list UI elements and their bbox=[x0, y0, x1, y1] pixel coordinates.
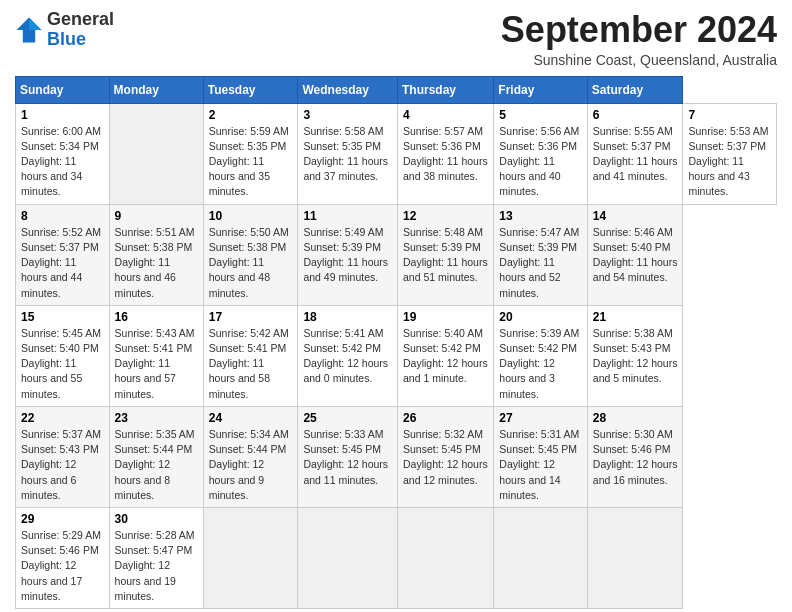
day-cell-16: 16Sunrise: 5:43 AMSunset: 5:41 PMDayligh… bbox=[109, 305, 203, 406]
day-cell-empty-w3-3 bbox=[298, 507, 398, 608]
logo: General Blue bbox=[15, 10, 114, 50]
title-block: September 2024 Sunshine Coast, Queenslan… bbox=[501, 10, 777, 68]
day-cell-4: 4Sunrise: 5:57 AMSunset: 5:36 PMDaylight… bbox=[398, 103, 494, 204]
day-cell-20: 20Sunrise: 5:39 AMSunset: 5:42 PMDayligh… bbox=[494, 305, 587, 406]
col-tuesday: Tuesday bbox=[203, 76, 298, 103]
day-cell-25: 25Sunrise: 5:33 AMSunset: 5:45 PMDayligh… bbox=[298, 406, 398, 507]
logo-icon bbox=[15, 16, 43, 44]
day-cell-22: 22Sunrise: 5:37 AMSunset: 5:43 PMDayligh… bbox=[16, 406, 110, 507]
calendar-week-2: 8Sunrise: 5:52 AMSunset: 5:37 PMDaylight… bbox=[16, 204, 777, 305]
day-cell-27: 27Sunrise: 5:31 AMSunset: 5:45 PMDayligh… bbox=[494, 406, 587, 507]
day-cell-5: 5Sunrise: 5:56 AMSunset: 5:36 PMDaylight… bbox=[494, 103, 587, 204]
calendar-table: Sunday Monday Tuesday Wednesday Thursday… bbox=[15, 76, 777, 609]
logo-blue-text: Blue bbox=[47, 29, 86, 49]
day-cell-empty-0 bbox=[109, 103, 203, 204]
day-cell-23: 23Sunrise: 5:35 AMSunset: 5:44 PMDayligh… bbox=[109, 406, 203, 507]
day-cell-11: 11Sunrise: 5:49 AMSunset: 5:39 PMDayligh… bbox=[298, 204, 398, 305]
calendar-week-4: 22Sunrise: 5:37 AMSunset: 5:43 PMDayligh… bbox=[16, 406, 777, 507]
day-cell-empty-w3-5 bbox=[494, 507, 587, 608]
day-cell-12: 12Sunrise: 5:48 AMSunset: 5:39 PMDayligh… bbox=[398, 204, 494, 305]
day-cell-18: 18Sunrise: 5:41 AMSunset: 5:42 PMDayligh… bbox=[298, 305, 398, 406]
day-cell-29: 29Sunrise: 5:29 AMSunset: 5:46 PMDayligh… bbox=[16, 507, 110, 608]
calendar-week-1: 1Sunrise: 6:00 AMSunset: 5:34 PMDaylight… bbox=[16, 103, 777, 204]
day-cell-24: 24Sunrise: 5:34 AMSunset: 5:44 PMDayligh… bbox=[203, 406, 298, 507]
day-cell-3: 3Sunrise: 5:58 AMSunset: 5:35 PMDaylight… bbox=[298, 103, 398, 204]
day-cell-28: 28Sunrise: 5:30 AMSunset: 5:46 PMDayligh… bbox=[587, 406, 683, 507]
month-year-title: September 2024 bbox=[501, 10, 777, 50]
day-cell-19: 19Sunrise: 5:40 AMSunset: 5:42 PMDayligh… bbox=[398, 305, 494, 406]
day-cell-8: 8Sunrise: 5:52 AMSunset: 5:37 PMDaylight… bbox=[16, 204, 110, 305]
col-saturday: Saturday bbox=[587, 76, 683, 103]
day-cell-1: 1Sunrise: 6:00 AMSunset: 5:34 PMDaylight… bbox=[16, 103, 110, 204]
day-cell-empty-w3-6 bbox=[587, 507, 683, 608]
day-cell-6: 6Sunrise: 5:55 AMSunset: 5:37 PMDaylight… bbox=[587, 103, 683, 204]
day-cell-15: 15Sunrise: 5:45 AMSunset: 5:40 PMDayligh… bbox=[16, 305, 110, 406]
day-cell-9: 9Sunrise: 5:51 AMSunset: 5:38 PMDaylight… bbox=[109, 204, 203, 305]
col-thursday: Thursday bbox=[398, 76, 494, 103]
day-cell-30: 30Sunrise: 5:28 AMSunset: 5:47 PMDayligh… bbox=[109, 507, 203, 608]
location-subtitle: Sunshine Coast, Queensland, Australia bbox=[501, 52, 777, 68]
day-cell-26: 26Sunrise: 5:32 AMSunset: 5:45 PMDayligh… bbox=[398, 406, 494, 507]
page-header: General Blue September 2024 Sunshine Coa… bbox=[15, 10, 777, 68]
calendar-header-row: Sunday Monday Tuesday Wednesday Thursday… bbox=[16, 76, 777, 103]
logo-general-text: General bbox=[47, 9, 114, 29]
calendar-week-3: 15Sunrise: 5:45 AMSunset: 5:40 PMDayligh… bbox=[16, 305, 777, 406]
svg-marker-1 bbox=[29, 17, 41, 29]
day-cell-empty-w3-4 bbox=[398, 507, 494, 608]
day-cell-14: 14Sunrise: 5:46 AMSunset: 5:40 PMDayligh… bbox=[587, 204, 683, 305]
logo-text: General Blue bbox=[47, 10, 114, 50]
day-cell-10: 10Sunrise: 5:50 AMSunset: 5:38 PMDayligh… bbox=[203, 204, 298, 305]
day-cell-17: 17Sunrise: 5:42 AMSunset: 5:41 PMDayligh… bbox=[203, 305, 298, 406]
col-wednesday: Wednesday bbox=[298, 76, 398, 103]
day-cell-2: 2Sunrise: 5:59 AMSunset: 5:35 PMDaylight… bbox=[203, 103, 298, 204]
day-cell-empty-w3-2 bbox=[203, 507, 298, 608]
col-friday: Friday bbox=[494, 76, 587, 103]
day-cell-7: 7Sunrise: 5:53 AMSunset: 5:37 PMDaylight… bbox=[683, 103, 777, 204]
calendar-week-5: 29Sunrise: 5:29 AMSunset: 5:46 PMDayligh… bbox=[16, 507, 777, 608]
day-cell-21: 21Sunrise: 5:38 AMSunset: 5:43 PMDayligh… bbox=[587, 305, 683, 406]
col-sunday: Sunday bbox=[16, 76, 110, 103]
day-cell-13: 13Sunrise: 5:47 AMSunset: 5:39 PMDayligh… bbox=[494, 204, 587, 305]
col-monday: Monday bbox=[109, 76, 203, 103]
